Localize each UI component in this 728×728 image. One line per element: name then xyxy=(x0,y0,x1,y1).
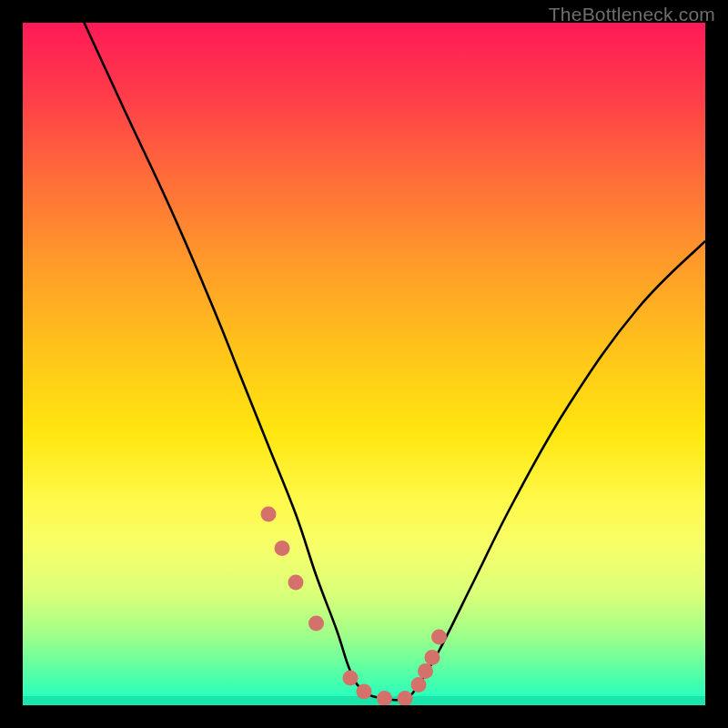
curve-layer xyxy=(85,23,706,700)
highlight-dot xyxy=(308,616,324,632)
highlight-dot xyxy=(288,575,304,591)
highlight-dot xyxy=(425,650,440,665)
highlight-dot xyxy=(275,541,290,556)
highlight-dot xyxy=(377,691,392,705)
highlight-dot xyxy=(411,677,427,693)
chart-frame xyxy=(23,23,705,705)
highlight-dot xyxy=(357,684,372,700)
highlight-dot xyxy=(343,671,359,686)
watermark-text: TheBottleneck.com xyxy=(549,4,715,25)
highlight-dot xyxy=(398,691,413,705)
markers-layer xyxy=(261,507,448,706)
highlight-dot xyxy=(418,663,433,679)
highlight-dot xyxy=(261,507,277,522)
chart-svg xyxy=(23,23,705,705)
bottleneck-curve xyxy=(85,23,706,700)
highlight-dot xyxy=(431,630,447,645)
